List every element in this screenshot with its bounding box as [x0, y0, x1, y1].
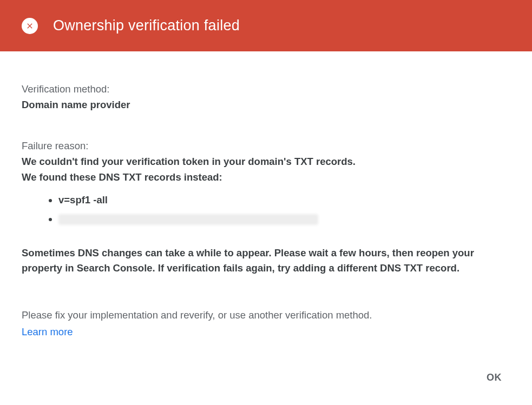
ok-button[interactable]: OK	[479, 367, 509, 389]
failure-reason-label: Failure reason:	[22, 138, 510, 154]
dns-wait-note: Sometimes DNS changes can take a while t…	[22, 245, 510, 276]
fix-implementation-note: Please fix your implementation and rever…	[22, 308, 510, 323]
error-icon	[22, 18, 38, 34]
txt-records-list: v=spf1 -all	[58, 192, 510, 227]
dialog-header: Ownership verification failed	[0, 0, 532, 51]
failure-reason-line2: We found these DNS TXT records instead:	[22, 170, 510, 185]
x-icon	[25, 22, 34, 30]
failure-reason-line1: We couldn't find your verification token…	[22, 154, 510, 170]
dialog-footer: OK	[0, 367, 532, 405]
dialog-content: Verification method: Domain name provide…	[0, 51, 532, 367]
txt-record-item-redacted	[58, 211, 510, 227]
learn-more-link[interactable]: Learn more	[22, 324, 73, 340]
verification-method-label: Verification method:	[22, 82, 510, 97]
dialog-title: Ownership verification failed	[53, 17, 240, 34]
redacted-text	[58, 214, 318, 225]
verification-method-value: Domain name provider	[22, 97, 510, 113]
txt-record-item: v=spf1 -all	[58, 192, 510, 208]
